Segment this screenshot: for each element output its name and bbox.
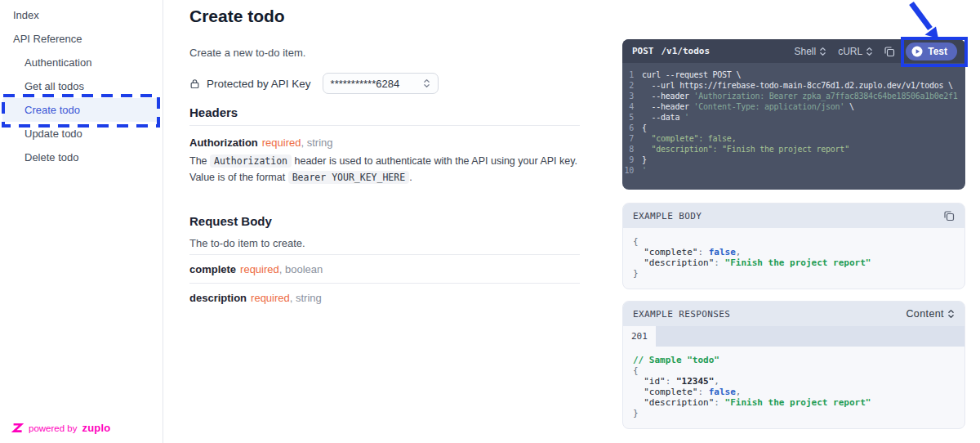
field-required-badge: required [240, 263, 279, 275]
copy-button[interactable] [943, 210, 955, 222]
divider [189, 125, 580, 126]
auth-label: Protected by API Key [207, 78, 311, 90]
inline-code: Bearer YOUR_KEY_HERE [288, 171, 409, 184]
code-line: { [633, 365, 955, 376]
field-type: , boolean [279, 263, 323, 275]
language-select[interactable]: Shell [795, 46, 827, 57]
code-line: } [633, 268, 955, 279]
sidebar-item-authentication[interactable]: Authentication [0, 51, 163, 74]
code-line: 10' [622, 165, 965, 176]
copy-button[interactable] [884, 46, 895, 57]
field-required-badge: required [262, 136, 301, 149]
zuplo-brand-text: zuplo [82, 422, 110, 434]
endpoint: POST /v1/todos [632, 46, 710, 56]
main-content: Create todo Create a new to-do item. Pro… [189, 0, 580, 311]
sidebar-item-index[interactable]: Index [0, 3, 163, 27]
example-body-header: EXAMPLE BODY [623, 204, 964, 228]
code-line: "complete": false, [633, 387, 955, 397]
language-select-value: Shell [795, 46, 817, 57]
field-name: complete [189, 263, 236, 275]
right-column: POST /v1/todos Shell cURL [622, 0, 965, 429]
code-line: "description": "Finish the project repor… [633, 257, 955, 268]
sidebar-item-delete-todo[interactable]: Delete todo [0, 145, 163, 169]
example-response-code-block: // Sample "todo"{ "id": "12345", "comple… [623, 347, 964, 428]
field-name: Authorization [189, 136, 258, 149]
code-line: 8 "description": "Finish the project rep… [622, 144, 965, 154]
field-name: description [189, 292, 247, 304]
status-tab-201[interactable]: 201 [623, 326, 656, 347]
code-line: "description": "Finish the project repor… [633, 397, 955, 408]
powered-by-zuplo[interactable]: powered by zuplo [11, 422, 110, 434]
field-type: , string [301, 136, 332, 149]
chevron-up-down-icon [866, 46, 873, 57]
code-line: 5 --data ' [622, 112, 965, 123]
copy-icon [943, 210, 955, 222]
desc-text: . [409, 172, 412, 183]
request-body-description: The to-do item to create. [189, 237, 580, 249]
field-description-prop: descriptionrequired, string [189, 284, 580, 311]
code-line: 3 --header 'Authorization: Bearer zpka_a… [622, 91, 965, 101]
zuplo-logo-icon [11, 422, 24, 434]
api-key-select[interactable]: ***********6284 [323, 73, 439, 94]
test-button-label: Test [928, 46, 947, 57]
example-body-title: EXAMPLE BODY [633, 211, 702, 222]
field-required-badge: required [251, 292, 290, 304]
play-icon [911, 46, 923, 57]
field-type: , string [290, 292, 322, 304]
headers-section-title: Headers [189, 105, 580, 119]
sidebar-item-get-all-todos[interactable]: Get all todos [0, 74, 163, 98]
field-description: The Authorization header is used to auth… [189, 153, 580, 186]
code-line: 1curl --request POST \ [622, 69, 965, 80]
content-select-value: Content [906, 308, 944, 320]
code-line: "complete": false, [633, 247, 955, 257]
content-select[interactable]: Content [906, 308, 955, 320]
desc-text: The [189, 155, 210, 167]
endpoint-path: /v1/todos [662, 46, 710, 56]
sidebar-item-update-todo[interactable]: Update todo [0, 122, 163, 145]
code-line: 7 "complete": false, [622, 133, 965, 144]
code-line: // Sample "todo" [633, 355, 955, 365]
inline-code: Authorization [210, 154, 292, 168]
curl-code-block: 1curl --request POST \2 --url https://fi… [622, 63, 965, 182]
code-line: 4 --header 'Content-Type: application/js… [622, 101, 965, 112]
status-tabs: 201 [623, 326, 964, 347]
lock-icon [189, 78, 200, 89]
client-select[interactable]: cURL [838, 46, 873, 57]
field-complete: completerequired, boolean [189, 255, 580, 284]
example-body-code-block: { "complete": false, "description": "Fin… [623, 228, 964, 289]
code-line: 2 --url https://firebase-todo-main-8cc76… [622, 80, 965, 91]
page-description: Create a new to-do item. [189, 47, 580, 59]
example-responses-header: EXAMPLE RESPONSES Content [623, 302, 964, 326]
sidebar: Index API Reference Authentication Get a… [0, 0, 163, 443]
request-snippet-panel: POST /v1/todos Shell cURL [622, 39, 965, 190]
sidebar-item-api-reference[interactable]: API Reference [0, 27, 163, 51]
sidebar-nav: Index API Reference Authentication Get a… [0, 3, 163, 169]
request-body-section-title: Request Body [189, 214, 580, 228]
api-docs-page: Index API Reference Authentication Get a… [0, 0, 980, 443]
powered-by-text: powered by [29, 423, 77, 433]
example-responses-title: EXAMPLE RESPONSES [633, 309, 730, 320]
sidebar-item-create-todo[interactable]: Create todo [2, 98, 160, 122]
copy-icon [884, 46, 895, 57]
test-button[interactable]: Test [906, 43, 957, 60]
http-method: POST [632, 46, 654, 56]
field-authorization: Authorizationrequired, string [189, 136, 580, 149]
api-key-value: ***********6284 [331, 78, 400, 90]
snippet-header: POST /v1/todos Shell cURL [622, 39, 965, 63]
code-line: "id": "12345", [633, 376, 955, 387]
code-line: { [633, 236, 955, 247]
code-line: } [633, 408, 955, 418]
example-body-panel: EXAMPLE BODY { "complete": false, "descr… [622, 203, 965, 289]
chevron-up-down-icon [947, 308, 955, 320]
code-line: 9} [622, 154, 965, 165]
code-line: 6{ [622, 123, 965, 133]
auth-row: Protected by API Key ***********6284 [189, 73, 580, 94]
chevron-up-down-icon [819, 46, 826, 57]
page-title: Create todo [189, 7, 580, 26]
client-select-value: cURL [838, 46, 862, 57]
chevron-up-down-icon [423, 78, 430, 89]
example-responses-panel: EXAMPLE RESPONSES Content 201 // Sample … [622, 301, 965, 429]
